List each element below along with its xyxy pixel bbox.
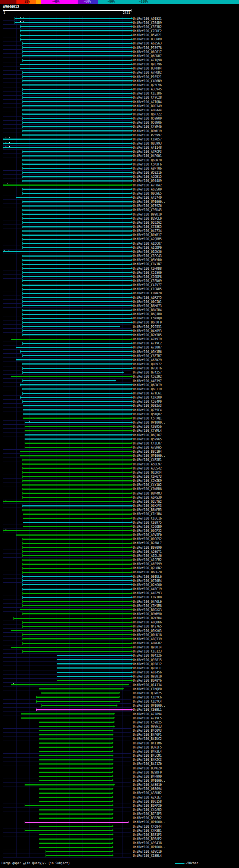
hit-label[interactable]: UniRef100_C5M3F6 <box>133 163 162 166</box>
hit-bar[interactable] <box>25 430 131 431</box>
hit-bar[interactable] <box>22 222 131 223</box>
hit-label[interactable]: UniRef100_Q5K1M6 <box>133 350 162 354</box>
hit-label[interactable]: UniRef100_C5PC43 <box>133 254 162 258</box>
hit-bar[interactable] <box>22 109 131 111</box>
hit-bar[interactable] <box>22 401 131 402</box>
hit-label[interactable]: UniRef100_C6H673 <box>133 475 162 478</box>
hit-label[interactable]: UniRef100_C4M3B1 <box>133 829 162 833</box>
hit-bar[interactable] <box>23 518 131 519</box>
hit-bar[interactable] <box>22 543 131 544</box>
hit-label[interactable]: UniRef100_C5GQB9 <box>133 525 162 528</box>
hit-bar[interactable] <box>25 426 131 427</box>
hit-bar[interactable] <box>25 443 131 444</box>
hit-label[interactable]: UniRef100_A7HUD2 <box>133 71 162 74</box>
hit-bar[interactable] <box>13 618 131 619</box>
hit-label[interactable]: UniRef100_A7EHW5 <box>133 446 162 449</box>
hit-label[interactable]: UniRef100_A6R2Y5 <box>133 296 162 300</box>
hit-bar[interactable] <box>39 813 112 815</box>
hit-bar[interactable] <box>11 630 131 631</box>
hit-bar[interactable] <box>22 285 131 286</box>
hit-bar[interactable] <box>36 697 118 698</box>
hit-label[interactable]: UniRef100_B3LPP9 <box>133 38 162 41</box>
hit-label[interactable]: UniRef100_A7TQ98 <box>133 59 162 62</box>
hit-label[interactable]: UniRef100_B8M073 <box>133 304 162 308</box>
hit-bar[interactable] <box>39 809 112 810</box>
hit-label[interactable]: UniRef100_C7YML4 <box>133 429 162 433</box>
hit-label[interactable]: UniRef100_C5E3B2 <box>133 25 162 29</box>
hit-label[interactable]: UniRef100_C5JSQ0 <box>133 271 162 275</box>
hit-label[interactable]: UniRef100_Q6CKH7 <box>133 55 162 58</box>
hit-bar[interactable] <box>22 51 131 52</box>
hit-label[interactable]: UniRef100_B3M6Z9 <box>133 767 162 770</box>
hit-bar[interactable] <box>22 326 119 327</box>
hit-label[interactable]: UniRef100_Q08972 <box>133 363 162 366</box>
hit-label[interactable]: UniRef100_A41148 <box>133 146 162 149</box>
hit-bar[interactable] <box>22 122 131 123</box>
hit-bar[interactable] <box>22 264 131 265</box>
hit-bar[interactable] <box>22 93 131 94</box>
hit-bar[interactable] <box>22 551 131 552</box>
hit-label[interactable]: UniRef100_A7J894 <box>133 713 162 716</box>
hit-bar[interactable] <box>22 164 131 165</box>
hit-bar[interactable] <box>22 459 131 461</box>
hit-bar[interactable] <box>39 722 114 723</box>
hit-label[interactable]: UniRef100_A5DB15 <box>133 175 162 179</box>
hit-label[interactable]: UniRef100_Q750E4 <box>133 579 162 583</box>
hit-label[interactable]: UniRef100_A9S438 <box>133 841 162 845</box>
hit-label[interactable]: UniRef100_C7GUF2 <box>133 30 162 33</box>
hit-label[interactable]: UniRef100_C4Q844 <box>133 825 162 828</box>
hit-bar[interactable] <box>22 626 131 627</box>
hit-bar[interactable] <box>22 464 131 465</box>
hit-bar[interactable] <box>57 663 131 664</box>
hit-bar[interactable] <box>3 147 131 148</box>
hit-label[interactable]: UniRef100_A8J456 <box>133 671 162 674</box>
hit-label[interactable]: UniRef100_C1G123 <box>133 650 162 653</box>
hit-label[interactable]: UniRef100_B4I1M6 <box>133 742 162 745</box>
hit-label[interactable]: UniRef100_Q29DF9 <box>133 771 162 774</box>
hit-label[interactable]: UniRef100_C0SBL1 <box>133 708 162 712</box>
hit-label[interactable]: UniRef100_Q6CT19 <box>133 388 162 391</box>
hit-bar[interactable] <box>41 705 116 706</box>
hit-bar[interactable] <box>23 409 131 410</box>
hit-bar[interactable] <box>39 772 112 773</box>
hit-bar[interactable] <box>39 838 112 840</box>
hit-bar[interactable] <box>22 101 131 102</box>
hit-label[interactable]: UniRef100_C5E2H2 <box>133 375 162 378</box>
hit-bar[interactable] <box>22 214 131 215</box>
hit-bar[interactable] <box>22 201 131 202</box>
hit-bar[interactable] <box>39 743 112 744</box>
hit-label[interactable]: UniRef100_A4S010 <box>133 783 162 787</box>
hit-bar[interactable] <box>22 297 131 298</box>
hit-bar[interactable] <box>22 334 131 335</box>
hit-bar[interactable] <box>22 172 131 173</box>
hit-bar[interactable] <box>25 830 112 831</box>
hit-bar[interactable] <box>22 60 131 61</box>
hit-label[interactable]: UniRef100_C1E1R6 <box>133 92 162 95</box>
hit-label[interactable]: UniRef100_C03975 <box>133 521 162 524</box>
hit-label[interactable]: UniRef100_Q93814 <box>133 646 162 649</box>
hit-bar[interactable] <box>22 126 131 127</box>
hit-bar[interactable] <box>22 176 131 177</box>
hit-label[interactable]: UniRef100_Q5WYD0 <box>133 258 162 262</box>
hit-bar[interactable] <box>22 572 131 573</box>
hit-label[interactable]: UniRef100_Q93815 <box>133 658 162 662</box>
hit-label[interactable]: UniRef100_A6RS39 <box>133 496 162 499</box>
hit-label[interactable]: UniRef100_C0NW28 <box>133 292 162 295</box>
hit-label[interactable]: UniRef100_C5E4D9 <box>133 21 162 25</box>
hit-label[interactable]: UniRef100_Q2XGQ0 <box>133 583 162 587</box>
hit-label[interactable]: UniRef100_A4R397 <box>133 379 162 383</box>
hit-bar[interactable] <box>22 193 131 194</box>
hit-label[interactable]: UniRef100_A6ZW29 <box>133 359 162 362</box>
hit-label[interactable]: UniRef100_Q93811 <box>133 667 162 670</box>
hit-label[interactable]: UniRef100_A7F8A2 <box>133 184 162 187</box>
hit-label[interactable]: UniRef100_A2XIE7 <box>133 796 162 799</box>
hit-bar[interactable] <box>20 30 131 31</box>
hit-label[interactable]: UniRef100_UP1000.. <box>133 846 165 849</box>
hit-label[interactable]: UniRef100_B6KPX0 <box>133 804 162 807</box>
hit-bar[interactable] <box>22 601 131 602</box>
hit-label[interactable]: UniRef100_Q6CF32 <box>133 529 162 533</box>
hit-label[interactable]: UniRef100_Q4P6L0 <box>133 600 162 604</box>
hit-bar[interactable] <box>11 647 131 648</box>
hit-label[interactable]: UniRef100_B2W3H5 <box>133 334 162 337</box>
hit-bar[interactable] <box>22 589 131 590</box>
